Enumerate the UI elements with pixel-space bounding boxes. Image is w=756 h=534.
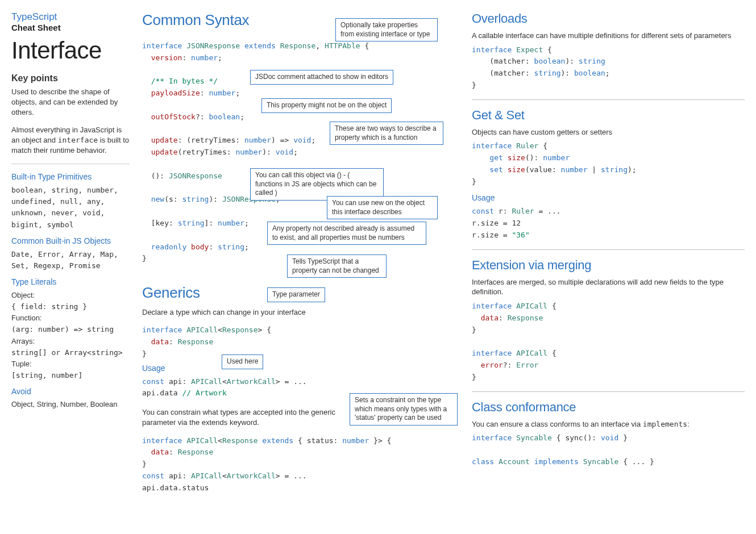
right-column: Overloads A callable interface can have … xyxy=(460,11,756,534)
getset-panel: Get & Set Objects can have custom getter… xyxy=(472,108,745,241)
common-syntax-panel: Common Syntax Optionally take properties… xyxy=(142,11,449,284)
merging-code: interface APICall { data: Response } int… xyxy=(472,301,745,383)
callout-new: You can use new on the object this inter… xyxy=(327,196,438,219)
callout-readonly: Tells TypeScript that a property can not… xyxy=(287,255,387,278)
generics-constrain-code: interface APICall<Response extends { sta… xyxy=(142,435,449,494)
callout-fnprop: These are two ways to describe a propert… xyxy=(330,122,443,145)
callout-type-parameter: Type parameter xyxy=(267,287,325,302)
logo-title: TypeScript xyxy=(11,11,130,23)
generics-panel: Generics Type parameter Declare a type w… xyxy=(142,284,449,494)
merging-desc: Interfaces are merged, so multiple decla… xyxy=(472,277,745,297)
callout-optional: This property might not be on the object xyxy=(261,98,392,113)
builtin-primitives-heading: Built-in Type Primitives xyxy=(11,172,130,181)
merging-panel: Extension via merging Interfaces are mer… xyxy=(472,258,745,383)
type-literals-heading: Type Literals xyxy=(11,277,130,286)
getset-heading: Get & Set xyxy=(472,108,745,123)
overloads-heading: Overloads xyxy=(472,11,745,26)
getset-usage-code: const r: Ruler = ... r.size = 12 r.size … xyxy=(472,206,745,241)
logo-subtitle: Cheat Sheet xyxy=(11,23,130,32)
callout-constraint: Sets a constraint on the type which mean… xyxy=(350,393,458,425)
callout-used-here: Used here xyxy=(222,354,263,369)
divider xyxy=(11,164,130,164)
getset-desc: Objects can have custom getters or sette… xyxy=(472,127,745,137)
getset-code: interface Ruler { get size(): number set… xyxy=(472,140,745,187)
keypoints-text-2: Almost everything in JavaScript is an ob… xyxy=(11,125,130,156)
type-literals-list: Object: { field: string } Function: (arg… xyxy=(11,290,130,381)
conformance-heading: Class conformance xyxy=(472,400,745,415)
builtin-primitives-text: boolean, string, number, undefined, null… xyxy=(11,185,130,231)
keypoints-text-1: Used to describe the shape of objects, a… xyxy=(11,87,130,118)
js-objects-text: Date, Error, Array, Map, Set, Regexp, Pr… xyxy=(11,249,130,272)
callout-index: Any property not described already is as… xyxy=(267,222,426,245)
conformance-desc: You can ensure a class conforms to an in… xyxy=(472,419,745,429)
sidebar: TypeScript Cheat Sheet Interface Key poi… xyxy=(0,11,136,534)
keypoints-heading: Key points xyxy=(11,73,130,84)
generics-desc: Declare a type which can change in your … xyxy=(142,307,449,318)
main-column: Common Syntax Optionally take properties… xyxy=(136,11,460,534)
conformance-code: interface Syncable { sync(): void } clas… xyxy=(472,432,745,468)
overloads-desc: A callable interface can have multiple d… xyxy=(472,31,745,41)
generics-constrain-desc: You can constrain what types are accepte… xyxy=(142,407,335,428)
js-objects-heading: Common Built-in JS Objects xyxy=(11,236,130,245)
getset-usage-heading: Usage xyxy=(472,193,745,202)
conformance-panel: Class conformance You can ensure a class… xyxy=(472,400,745,468)
overloads-code: interface Expect { (matcher: boolean): s… xyxy=(472,44,745,91)
callout-extends: Optionally take properties from existing… xyxy=(335,18,438,41)
merging-heading: Extension via merging xyxy=(472,258,745,273)
generics-usage-heading: Usage xyxy=(142,364,449,373)
avoid-heading: Avoid xyxy=(11,387,130,396)
page-title: Interface xyxy=(11,37,130,64)
divider xyxy=(472,391,745,392)
callout-jsdoc: JSDoc comment attached to show in editor… xyxy=(250,70,393,85)
overloads-panel: Overloads A callable interface can have … xyxy=(472,11,745,91)
avoid-text: Object, String, Number, Boolean xyxy=(11,399,130,410)
generics-code-1: interface APICall<Response> { data: Resp… xyxy=(142,324,449,360)
divider xyxy=(472,99,745,100)
divider xyxy=(472,249,745,250)
